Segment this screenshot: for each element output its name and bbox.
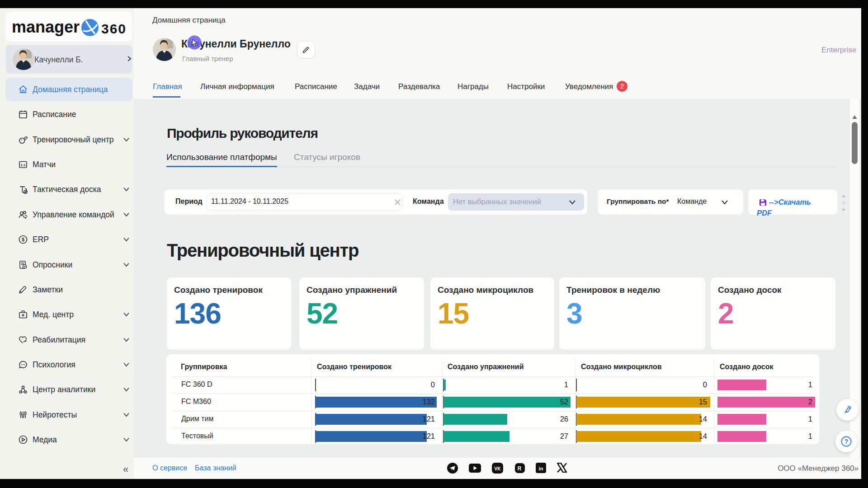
svg-text:1:1: 1:1: [20, 163, 26, 167]
svg-text:R: R: [518, 465, 522, 472]
svg-text:$: $: [22, 237, 24, 242]
svg-text:?: ?: [844, 438, 849, 445]
svg-text:VK: VK: [495, 466, 501, 471]
svg-text:in: in: [539, 466, 543, 471]
